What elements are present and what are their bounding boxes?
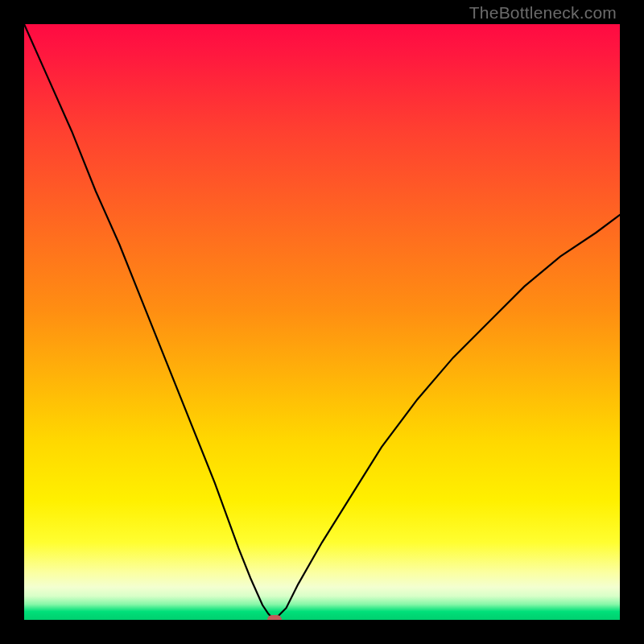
chart-frame: TheBottleneck.com bbox=[0, 0, 644, 644]
watermark-text: TheBottleneck.com bbox=[469, 3, 617, 23]
plot-area bbox=[24, 24, 620, 620]
bottleneck-curve bbox=[24, 24, 620, 620]
right-curve bbox=[275, 215, 620, 620]
left-curve bbox=[24, 24, 275, 620]
optimum-marker bbox=[267, 615, 282, 620]
